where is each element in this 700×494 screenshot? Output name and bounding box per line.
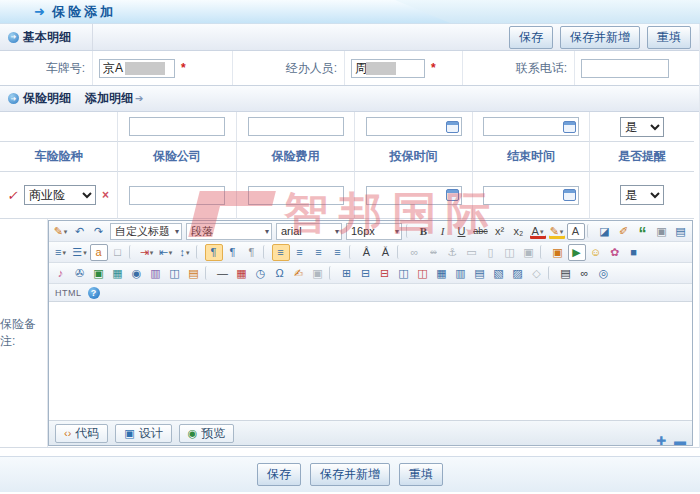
insert-signature-icon[interactable]: ✍ (290, 265, 308, 282)
unordered-list-icon[interactable]: ☰ (71, 244, 89, 261)
paste-word-icon[interactable]: ▣ (309, 265, 327, 282)
image-gallery-icon[interactable]: ▦ (109, 265, 127, 282)
save-button[interactable]: 保存 (509, 26, 553, 49)
underline-icon[interactable]: U (453, 223, 471, 240)
italic-icon[interactable]: I (434, 223, 452, 240)
paragraph-icon[interactable]: ¶ (243, 244, 261, 261)
clipart-icon[interactable]: ✿ (606, 244, 624, 261)
format-painter-icon[interactable]: ✐ (615, 223, 633, 240)
calendar-icon[interactable] (446, 121, 459, 133)
confirm-check-icon[interactable]: ✓ (6, 188, 20, 203)
superscript-icon[interactable]: x² (491, 223, 509, 240)
paste-icon[interactable]: ▣ (653, 223, 671, 240)
remind-template-select[interactable]: 是 (620, 117, 664, 137)
link-icon[interactable]: ∞ (406, 244, 424, 261)
attachment-icon[interactable]: ✇ (71, 265, 89, 282)
font-size-select[interactable]: 16px▾ (346, 223, 402, 240)
merge-cells-icon[interactable]: ▦ (433, 265, 451, 282)
ltr-paragraph-icon[interactable]: ¶ (205, 244, 223, 261)
align-center-icon[interactable]: ≡ (291, 244, 309, 261)
align-left-icon[interactable]: ≡ (272, 244, 290, 261)
outdent-icon[interactable]: ⇤ (157, 244, 175, 261)
style-select[interactable]: 自定义标题▾ (110, 223, 182, 240)
unlink-icon[interactable]: ∞ (425, 244, 443, 261)
special-character-icon[interactable]: Ω (271, 265, 289, 282)
insert-film-icon[interactable]: ▥ (147, 265, 165, 282)
insurance-type-select[interactable]: 商业险 (24, 185, 96, 205)
emoticon-icon[interactable]: ☺ (587, 244, 605, 261)
fee-input[interactable] (248, 186, 344, 205)
frame-icon[interactable]: ▯ (482, 244, 500, 261)
design-tab[interactable]: ▣设计 (115, 424, 171, 443)
find-icon[interactable]: ∞ (576, 265, 594, 282)
insert-column-icon[interactable]: ◫ (395, 265, 413, 282)
image-icon[interactable]: ▣ (549, 244, 567, 261)
ordered-list-icon[interactable]: ≡ (52, 244, 70, 261)
help-icon[interactable]: ? (88, 287, 100, 299)
photo-icon[interactable]: ▤ (185, 265, 203, 282)
delete-row-icon[interactable]: ⊟ (376, 265, 394, 282)
media-music-icon[interactable]: ♪ (52, 265, 70, 282)
lowercase-icon[interactable]: a (90, 244, 108, 261)
layer-icon[interactable]: ▣ (520, 244, 538, 261)
code-block-icon[interactable]: ■ (625, 244, 643, 261)
insert-time-icon[interactable]: ◷ (252, 265, 270, 282)
highlight-color-icon[interactable]: ✎ (548, 223, 566, 240)
align-right-icon[interactable]: ≡ (310, 244, 328, 261)
delete-row-icon[interactable]: × (102, 188, 109, 202)
print-icon[interactable]: ▤ (557, 265, 575, 282)
bold-icon[interactable]: B (415, 223, 433, 240)
calendar-icon[interactable] (563, 189, 576, 201)
cell-properties-icon[interactable]: ▨ (509, 265, 527, 282)
insert-date-icon[interactable]: ▦ (233, 265, 251, 282)
insert-row-icon[interactable]: ⊟ (357, 265, 375, 282)
preview-tab[interactable]: ◉预览 (179, 424, 235, 443)
insert-table-icon[interactable]: ⊞ (338, 265, 356, 282)
ruby-inline-icon[interactable]: Ǎ (377, 244, 395, 261)
delete-table-icon[interactable]: ◇ (528, 265, 546, 282)
new-page-icon[interactable]: □ (109, 244, 127, 261)
code-tab[interactable]: ‹›代码 (55, 424, 108, 443)
company-template-input[interactable] (129, 117, 225, 136)
zoom-preview-icon[interactable]: ◎ (595, 265, 613, 282)
save-and-new-button[interactable]: 保存并新增 (560, 26, 640, 49)
indent-icon[interactable]: ⇥ (138, 244, 156, 261)
textarea-icon[interactable]: ▭ (463, 244, 481, 261)
reset-button[interactable]: 重填 (647, 26, 691, 49)
fullscreen-icon[interactable]: ▤ (672, 223, 690, 240)
font-select[interactable]: arial▾ (276, 223, 342, 240)
redo-icon[interactable]: ↷ (90, 223, 108, 240)
styles-icon[interactable]: ✎ (52, 223, 70, 240)
expand-editor-icon[interactable]: ✚ (656, 434, 666, 448)
rtl-paragraph-icon[interactable]: ¶ (224, 244, 242, 261)
flash-icon[interactable]: ▶ (568, 244, 586, 261)
font-color-icon[interactable]: A (529, 223, 547, 240)
save-and-new-button[interactable]: 保存并新增 (310, 463, 390, 486)
split-frame-icon[interactable]: ◫ (501, 244, 519, 261)
ruby-above-icon[interactable]: Â (358, 244, 376, 261)
strikethrough-icon[interactable]: abc (472, 223, 490, 240)
add-detail-link[interactable]: 添加明细 (85, 90, 133, 107)
html-path-tag[interactable]: HTML (55, 288, 82, 298)
paragraph-select[interactable]: 段落▾ (186, 223, 272, 240)
delete-column-icon[interactable]: ◫ (414, 265, 432, 282)
merge-down-icon[interactable]: ▧ (490, 265, 508, 282)
fee-template-input[interactable] (248, 117, 344, 136)
editor-content-area[interactable] (49, 302, 692, 420)
subscript-icon[interactable]: x₂ (510, 223, 528, 240)
calendar-icon[interactable] (446, 189, 459, 201)
media-window-icon[interactable]: ◫ (166, 265, 184, 282)
anchor-icon[interactable]: ⚓ (444, 244, 462, 261)
company-input[interactable] (129, 186, 225, 205)
blockquote-icon[interactable]: “ (634, 223, 652, 240)
calendar-icon[interactable] (563, 121, 576, 133)
align-justify-icon[interactable]: ≡ (329, 244, 347, 261)
insert-image-icon[interactable]: ▣ (90, 265, 108, 282)
insert-disc-icon[interactable]: ◉ (128, 265, 146, 282)
character-style-icon[interactable]: A (567, 223, 585, 240)
reset-button[interactable]: 重填 (399, 463, 443, 486)
line-spacing-icon[interactable]: ↕ (176, 244, 194, 261)
collapse-editor-icon[interactable]: ▬ (674, 434, 686, 448)
phone-input[interactable] (581, 59, 669, 78)
save-button[interactable]: 保存 (257, 463, 301, 486)
